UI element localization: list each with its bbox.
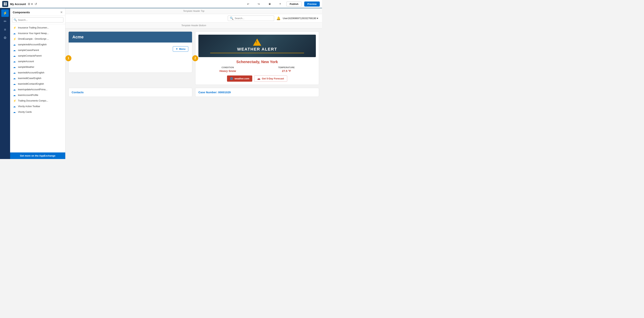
cloud-icon: ☁: [13, 49, 16, 52]
components-panel: Components ✕ 🔍 ⚡Insurance Trailing Docum…: [10, 8, 66, 159]
components-search-area: 🔍: [10, 16, 65, 24]
forecast-label: Get 5-Day Forecast: [262, 77, 284, 80]
component-name: team/updateAccountPrima...: [18, 88, 48, 91]
case-card: Case Number: 00001029: [195, 88, 319, 97]
component-name: Trailing Documents Compo...: [18, 99, 48, 102]
preview-button[interactable]: Preview: [304, 2, 320, 7]
help-icon[interactable]: ?: [276, 2, 284, 6]
cloud-icon: ☁: [13, 43, 16, 46]
cloud-icon: ☁: [13, 60, 16, 63]
cloud-icon: ☁: [13, 77, 16, 80]
list-item[interactable]: ☁team/editContact/English: [10, 81, 65, 87]
component-name: Insurance Your Agent Newp...: [18, 32, 49, 35]
list-item[interactable]: ☁sampleContactsParent: [10, 53, 65, 59]
publish-button[interactable]: Publish: [286, 2, 302, 7]
lightning-icon: ⚡: [13, 26, 16, 29]
main-layout: ⚡ ✏ ≡ ⚙ Components ✕ 🔍 ⚡Insurance Traili…: [0, 8, 322, 159]
list-item[interactable]: ⚡OmniExample - OmniScript ...: [10, 36, 65, 42]
user-menu[interactable]: User1620696971263327691​90 ▾: [283, 17, 318, 20]
cloud-icon: ☁: [13, 54, 16, 57]
condition-label: CONDITION: [220, 66, 236, 69]
lightning-icon: ⚡: [13, 99, 16, 102]
alert-underline: [210, 53, 304, 53]
refresh-icon[interactable]: ↺: [34, 2, 37, 6]
account-card: Acme ▼ Menu: [68, 32, 192, 73]
list-item[interactable]: ☁team/editCase/English: [10, 75, 65, 81]
component-name: teamAccountProfile: [18, 94, 38, 96]
desktop-icon[interactable]: 🖥: [265, 2, 274, 6]
weather-alert-image: WEATHER ALERT: [198, 35, 316, 57]
component-name: Insurance Trailing Documen...: [18, 26, 49, 29]
menu-button[interactable]: ▼ Menu: [173, 46, 188, 52]
temperature-label: TEMPERATURE: [278, 66, 295, 69]
list-item[interactable]: ☁sampleAccount: [10, 59, 65, 64]
forecast-icon: 🚗: [257, 77, 260, 80]
appexchange-button[interactable]: Get more on the AppExchange: [10, 152, 65, 159]
list-item[interactable]: ☁Vlocity Cards: [10, 109, 65, 115]
weather-buttons: 🌐 weather.com 🚗 Get 5-Day Forecast: [198, 75, 316, 82]
component-name: sample/editAccount/English: [18, 43, 47, 46]
badge-1: 1: [66, 55, 72, 61]
component-name: sampleAccount: [18, 60, 34, 63]
weather-card: WEATHER ALERT Schenectady, New York COND…: [195, 32, 319, 85]
badge-2: 2: [192, 55, 198, 61]
search-input[interactable]: [18, 19, 62, 21]
contacts-title: Contacts: [72, 91, 84, 94]
sidebar-item-edit[interactable]: ✏: [1, 18, 9, 25]
weather-card-wrapper: 2 WEATHER ALERT Schenectady, New York CO…: [195, 32, 319, 85]
list-item[interactable]: ☁sampleCasesParent: [10, 47, 65, 53]
sidebar-item-list[interactable]: ≡: [1, 26, 9, 33]
redo-button[interactable]: ↪: [255, 2, 263, 6]
sidebar-item-settings[interactable]: ⚙: [1, 34, 9, 42]
weather-alert-title: WEATHER ALERT: [237, 47, 277, 52]
component-name: sampleWeather: [18, 66, 34, 68]
undo-button[interactable]: ↩: [244, 2, 252, 6]
search-icon: 🔍: [14, 18, 17, 21]
menu-button-label: Menu: [179, 48, 186, 50]
notification-bell-icon[interactable]: 🔔: [276, 16, 280, 21]
list-item[interactable]: ☁team/editAccount/English: [10, 70, 65, 75]
account-card-wrapper: 1 Acme ▼ Menu: [68, 32, 192, 85]
cloud-icon: ☁: [13, 88, 16, 91]
lightning-icon: ⚡: [13, 38, 16, 41]
list-item[interactable]: ☁teamAccountProfile: [10, 92, 65, 98]
list-item[interactable]: ⚡Trailing Documents Compo...: [10, 98, 65, 104]
component-name: team/editContact/English: [18, 83, 44, 85]
account-name: Acme: [69, 32, 192, 43]
account-card-body: ▼ Menu: [69, 43, 192, 72]
list-item[interactable]: ☁Insurance Your Agent Newp...: [10, 31, 65, 36]
icon-sidebar: ⚡ ✏ ≡ ⚙: [0, 8, 10, 159]
template-header-top: Template Header Top: [66, 8, 322, 14]
gear-icon[interactable]: ⚙ ▾: [28, 2, 32, 6]
nav-search-input[interactable]: [235, 17, 272, 20]
condition-col: CONDITION Heavy Snow: [220, 66, 236, 72]
content-area: Template Header Top 🔍 🔔 User162069697126…: [66, 8, 322, 159]
list-item[interactable]: ☁team/updateAccountPrima...: [10, 87, 65, 92]
list-item[interactable]: ⚡Insurance Trailing Documen...: [10, 25, 65, 31]
cloud-icon: ☁: [13, 94, 16, 97]
list-item[interactable]: ☁sample/editAccount/English: [10, 42, 65, 47]
warning-triangle-icon: [253, 39, 261, 46]
component-name: team/editCase/English: [18, 77, 41, 80]
cloud-icon: ☁: [13, 110, 16, 113]
globe-icon: 🌐: [230, 77, 233, 80]
bottom-grid: Contacts Case Number: 00001029: [66, 88, 322, 100]
close-panel-button[interactable]: ✕: [60, 11, 63, 14]
cloud-icon: ☁: [13, 105, 16, 108]
sidebar-item-lightning[interactable]: ⚡: [1, 9, 9, 17]
list-item[interactable]: ☁Vlocity Action Toolbar: [10, 104, 65, 109]
app-icon: [2, 1, 8, 7]
svg-rect-1: [6, 3, 7, 4]
weather-com-label: weather.com: [234, 77, 249, 80]
list-item[interactable]: ☁sampleWeather: [10, 64, 65, 70]
component-name: sampleCasesParent: [18, 49, 39, 52]
components-title: Components: [13, 11, 30, 14]
cloud-icon: ☁: [13, 71, 16, 74]
contacts-card: Contacts: [68, 88, 192, 97]
forecast-button[interactable]: 🚗 Get 5-Day Forecast: [254, 75, 287, 82]
weather-com-button[interactable]: 🌐 weather.com: [227, 75, 252, 82]
component-name: OmniExample - OmniScript ...: [18, 38, 49, 40]
cloud-icon: ☁: [13, 32, 16, 35]
case-number-title: Case Number: 00001029: [198, 91, 231, 94]
component-name: team/editAccount/English: [18, 71, 44, 74]
